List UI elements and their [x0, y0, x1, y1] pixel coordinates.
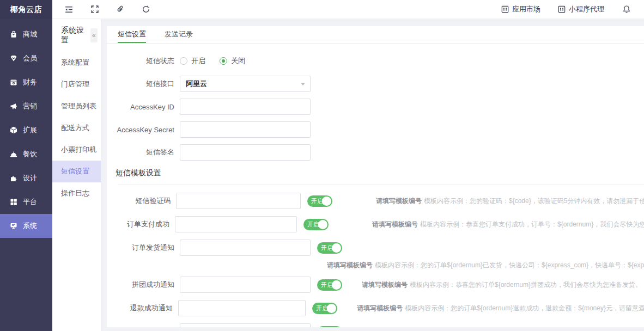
sidebar-item-label: 会员 [23, 53, 37, 63]
radio-disable-label: 关闭 [231, 56, 245, 66]
paperclip-icon[interactable] [116, 5, 125, 14]
miniprogram-agent-icon [558, 5, 566, 13]
template-code-input[interactable] [180, 240, 311, 256]
submenu-item-store-management[interactable]: 门店管理 [52, 73, 101, 95]
template-section-title: 短信模板设置 [116, 168, 644, 178]
radio-enable[interactable]: 开启 [180, 56, 205, 66]
sidebar-item-label: 扩展 [23, 125, 37, 135]
accesskey-id-input[interactable] [180, 99, 311, 115]
dining-cloche-icon [9, 150, 18, 158]
sms-sign-label: 短信签名 [107, 148, 180, 157]
enable-toggle[interactable]: 开启 [317, 279, 342, 291]
submenu-item-admin-list[interactable]: 管理员列表 [52, 95, 101, 117]
template-row-refund-success: 退款成功通知 开启 请填写模板编号模板内容示例：您的订单${ordernum}退… [107, 300, 644, 316]
sidebar-item-label: 营销 [23, 101, 37, 111]
submenu-item-operation-log[interactable]: 操作日志 [52, 182, 101, 204]
refresh-icon[interactable] [141, 5, 150, 14]
sidebar-item-dining[interactable]: 餐饮 [0, 142, 52, 166]
enable-toggle[interactable]: 开启 [317, 242, 342, 254]
radio-disable[interactable]: 关闭 [220, 56, 245, 66]
platform-grid-icon [9, 198, 18, 206]
toggle-knob [332, 243, 341, 253]
fold-menu-icon[interactable] [64, 5, 74, 14]
enable-toggle[interactable]: 开启 [303, 219, 329, 230]
accesskey-secret-label: AccessKey Secret [107, 126, 180, 134]
submenu-item-sms-settings[interactable]: 短信设置 [52, 161, 101, 182]
template-code-input[interactable] [178, 300, 306, 316]
submenu-item-system-config[interactable]: 系统配置 [52, 52, 101, 73]
template-hint: 请填写模板编号模板内容示例：恭喜您订单支付成功，订单号：${ordernum}，… [372, 220, 644, 229]
template-code-input[interactable] [180, 323, 311, 327]
template-label: 拼团成功通知 [107, 280, 180, 290]
sidebar-item-label: 财务 [23, 77, 37, 87]
template-label: 订单支付成功 [107, 219, 175, 229]
fullscreen-icon[interactable] [90, 5, 99, 14]
toggle-label: 开启 [311, 197, 323, 205]
marketing-megaphone-icon [9, 102, 18, 111]
miniprogram-agent-link[interactable]: 小程序代理 [558, 4, 604, 14]
bell-icon[interactable] [622, 5, 631, 14]
template-row-order-paid: 订单支付成功 开启 请填写模板编号模板内容示例：恭喜您订单支付成功，订单号：${… [107, 216, 644, 232]
submenu-item-delivery-method[interactable]: 配送方式 [52, 117, 101, 139]
miniprogram-agent-label: 小程序代理 [569, 4, 604, 14]
radio-circle-icon [220, 57, 227, 65]
enable-toggle[interactable]: 开启 [317, 326, 342, 328]
sidebar-item-label: 餐饮 [23, 149, 37, 159]
template-hint-wrapped: 请填写模板编号模板内容示例：您的订单${ordernum}已发货，快递公司：${… [327, 261, 644, 270]
sidebar-item-members[interactable]: 会员 [0, 46, 52, 70]
enable-toggle[interactable]: 开启 [307, 195, 332, 207]
sidebar-item-platform[interactable]: 平台 [0, 190, 52, 214]
member-badge-icon [9, 54, 18, 63]
shop-bag-icon [9, 30, 18, 39]
tab-send-records[interactable]: 发送记录 [165, 26, 193, 43]
template-hint: 请填写模板编号模板内容示例：抱歉您的订单${ordernum}退款申请失败，原因… [362, 327, 630, 328]
template-code-input[interactable] [176, 193, 301, 209]
sidebar-item-shop[interactable]: 商城 [0, 22, 52, 46]
template-code-input[interactable] [175, 216, 297, 232]
enable-toggle[interactable]: 开启 [312, 303, 337, 314]
sidebar-item-extensions[interactable]: 扩展 [0, 118, 52, 142]
sms-gateway-label: 短信接口 [107, 79, 180, 89]
sms-status-label: 短信状态 [107, 56, 180, 66]
sidebar-item-label: 系统 [23, 221, 37, 231]
sidebar-item-label: 设计 [23, 173, 37, 183]
template-row-refund-rejected: 退款驳回通知 开启 请填写模板编号模板内容示例：抱歉您的订单${ordernum… [107, 323, 644, 327]
sidebar-item-label: 商城 [23, 29, 37, 39]
template-hint: 请填写模板编号模板内容示例：您的验证码：${code}，该验证码5分钟内有效，请… [376, 197, 644, 206]
radio-enable-label: 开启 [191, 56, 205, 66]
chevron-down-icon [301, 83, 305, 85]
sms-status-radio-group: 开启 关闭 [180, 56, 245, 66]
toggle-knob [327, 304, 336, 313]
radio-circle-icon [180, 57, 187, 65]
accesskey-secret-input[interactable] [180, 121, 311, 138]
app-market-icon [501, 5, 509, 13]
section-divider [118, 185, 644, 185]
sidebar-item-marketing[interactable]: 营销 [0, 94, 52, 118]
submenu-item-receipt-printer[interactable]: 小票打印机 [52, 139, 101, 161]
collapse-sidebar-button[interactable]: « [90, 28, 98, 42]
sms-sign-row: 短信签名 [107, 144, 644, 161]
submenu-header: 系统设置 « [52, 19, 101, 52]
template-code-input[interactable] [180, 277, 311, 293]
sms-sign-input[interactable] [180, 144, 311, 161]
topbar: 应用市场 小程序代理 [52, 0, 644, 19]
toggle-knob [332, 280, 341, 290]
sidebar-item-finance[interactable]: 财务 [0, 70, 52, 94]
secondary-sidebar: 系统设置 « 系统配置 门店管理 管理员列表 配送方式 小票打印机 短信设置 操… [52, 19, 101, 331]
tab-sms-settings[interactable]: 短信设置 [118, 26, 146, 43]
toggle-knob [318, 220, 327, 229]
template-row-group-success: 拼团成功通知 开启 请填写模板编号模板内容示例：恭喜您的订单${ordernum… [107, 277, 644, 293]
toggle-knob [322, 197, 331, 206]
primary-nav: 商城 会员 财务 营销 扩展 餐饮 [0, 19, 52, 238]
app-market-link[interactable]: 应用市场 [501, 4, 540, 14]
sidebar-item-design[interactable]: 设计 [0, 166, 52, 190]
sidebar-item-system[interactable]: 系统 [0, 214, 52, 238]
toggle-label: 开启 [321, 244, 333, 252]
accesskey-id-label: AccessKey ID [107, 103, 180, 111]
topbar-left [52, 5, 150, 14]
app-market-label: 应用市场 [512, 4, 540, 14]
system-monitor-icon [9, 222, 18, 230]
template-label: 订单发货通知 [107, 243, 180, 253]
tab-bar: 短信设置 发送记录 [107, 26, 644, 44]
sms-gateway-select[interactable]: 阿里云 [180, 76, 311, 92]
